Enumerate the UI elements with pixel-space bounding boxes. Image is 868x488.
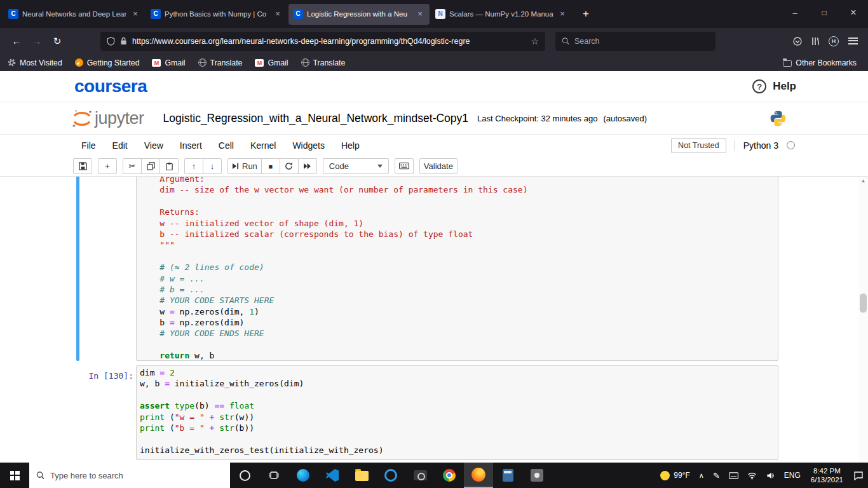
- action-center-button[interactable]: [849, 463, 868, 488]
- bookmark-translate-2[interactable]: Translate: [301, 58, 346, 67]
- back-button[interactable]: [6, 32, 27, 51]
- tab-4[interactable]: Scalars — NumPy v1.20 Manual: [431, 4, 572, 25]
- help-button[interactable]: Help: [752, 79, 796, 93]
- scrollbar-thumb[interactable]: [860, 294, 867, 313]
- bookmark-getting-started[interactable]: Getting Started: [75, 58, 140, 67]
- close-button[interactable]: [839, 0, 868, 25]
- tab-close-icon[interactable]: [273, 9, 283, 19]
- notebook-title[interactable]: Logistic_Regression_with_a_Neural_Networ…: [163, 112, 469, 125]
- tab-1[interactable]: Neural Networks and Deep Lear: [4, 4, 145, 25]
- touch-keyboard-button[interactable]: [724, 463, 743, 488]
- browser-search-input[interactable]: [574, 37, 709, 46]
- tab-2[interactable]: Python Basics with Numpy | Co: [146, 4, 287, 25]
- blue-ring-app-button[interactable]: [376, 463, 405, 488]
- browser-search-box[interactable]: [555, 32, 715, 51]
- edge-icon: [297, 469, 309, 482]
- maximize-button[interactable]: [810, 0, 839, 25]
- extension-icon[interactable]: [829, 36, 839, 46]
- photos-app-button[interactable]: [522, 463, 552, 488]
- weather-widget[interactable]: 99°F: [656, 463, 694, 488]
- bookmark-star-icon[interactable]: [531, 36, 539, 46]
- menu-widgets[interactable]: Widgets: [284, 137, 333, 154]
- pen-tray-button[interactable]: [709, 463, 724, 488]
- edge-app-button[interactable]: [288, 463, 318, 488]
- date-label: 6/13/2021: [811, 475, 843, 484]
- restart-kernel-button[interactable]: [280, 158, 299, 174]
- clock[interactable]: 8:42 PM 6/13/2021: [805, 463, 849, 488]
- run-button[interactable]: Run: [227, 158, 262, 174]
- menu-icon[interactable]: [848, 37, 858, 44]
- save-button[interactable]: [73, 158, 92, 174]
- firefox-app-button-active[interactable]: [464, 463, 493, 488]
- minimize-button[interactable]: [780, 0, 810, 25]
- stop-button[interactable]: [261, 158, 280, 174]
- bookmark-translate[interactable]: Translate: [198, 58, 243, 67]
- code-cell-input[interactable]: Argument: dim -- size of the w vector we…: [136, 177, 778, 361]
- file-explorer-button[interactable]: [347, 463, 376, 488]
- jupyter-wordmark[interactable]: jupyter: [95, 109, 144, 128]
- menu-help[interactable]: Help: [333, 137, 368, 154]
- cortana-icon: [240, 470, 250, 481]
- tab-close-icon[interactable]: [130, 9, 140, 19]
- pocket-icon[interactable]: [793, 37, 802, 46]
- volume-tray-button[interactable]: [761, 463, 780, 488]
- menu-insert[interactable]: Insert: [172, 137, 210, 154]
- calculator-app-button[interactable]: [493, 463, 522, 488]
- other-bookmarks[interactable]: Other Bookmarks: [783, 58, 857, 67]
- coursera-logo[interactable]: coursera: [74, 76, 147, 97]
- tab-close-icon[interactable]: [557, 9, 567, 19]
- command-palette-button[interactable]: [395, 158, 414, 174]
- menu-file[interactable]: File: [73, 137, 104, 154]
- scroll-up-icon[interactable]: [858, 177, 868, 186]
- taskbar-search-input[interactable]: [50, 471, 223, 480]
- tab-close-icon[interactable]: [415, 9, 425, 19]
- camera-app-button[interactable]: [405, 463, 435, 488]
- add-cell-button[interactable]: +: [98, 158, 117, 174]
- divider: [735, 140, 735, 151]
- language-label: ENG: [784, 471, 801, 480]
- taskbar-search-box[interactable]: [29, 463, 230, 488]
- menu-edit[interactable]: Edit: [104, 137, 136, 154]
- bookmark-most-visited[interactable]: Most Visited: [8, 58, 62, 67]
- jupyter-toolbar: + Run Co: [0, 156, 868, 177]
- url-bar[interactable]: https://www.coursera.org/learn/neural-ne…: [100, 32, 545, 51]
- tray-expand-button[interactable]: [695, 463, 709, 488]
- scissors-icon: [129, 161, 136, 171]
- forward-button[interactable]: [27, 32, 47, 51]
- tracking-shield-icon[interactable]: [107, 37, 115, 46]
- vscode-app-button[interactable]: [318, 463, 347, 488]
- bookmark-gmail[interactable]: Gmail: [152, 58, 185, 67]
- language-indicator[interactable]: ENG: [780, 463, 805, 488]
- library-icon[interactable]: [811, 37, 819, 46]
- jupyter-logo-icon[interactable]: [71, 109, 93, 129]
- cell-type-dropdown[interactable]: Code: [323, 158, 389, 174]
- menu-view[interactable]: View: [136, 137, 172, 154]
- copy-cell-button[interactable]: [141, 158, 160, 174]
- validate-button[interactable]: Validate: [419, 158, 458, 174]
- chrome-app-button[interactable]: [435, 463, 464, 488]
- menu-kernel[interactable]: Kernel: [242, 137, 284, 154]
- move-cell-up-button[interactable]: [184, 158, 203, 174]
- tab-3-active[interactable]: Logistic Regression with a Neu: [288, 4, 430, 25]
- network-tray-button[interactable]: [743, 463, 761, 488]
- window-controls: [780, 0, 868, 25]
- restart-run-all-button[interactable]: [298, 158, 317, 174]
- reload-button[interactable]: [47, 32, 67, 51]
- paste-cell-button[interactable]: [159, 158, 179, 174]
- cortana-button[interactable]: [230, 463, 259, 488]
- move-cell-down-button[interactable]: [203, 158, 222, 174]
- globe-icon: [301, 58, 309, 67]
- new-tab-button[interactable]: [577, 5, 595, 23]
- url-text[interactable]: https://www.coursera.org/learn/neural-ne…: [132, 37, 526, 46]
- not-trusted-button[interactable]: Not Trusted: [671, 138, 726, 153]
- start-button[interactable]: [0, 463, 29, 488]
- cell-prompt: In [130]:: [76, 371, 133, 381]
- bookmark-gmail-2[interactable]: Gmail: [255, 58, 288, 67]
- task-view-button[interactable]: [259, 463, 288, 488]
- menu-cell[interactable]: Cell: [210, 137, 242, 154]
- code-cell-input[interactable]: dim = 2w, b = initialize_with_zeros(dim)…: [136, 365, 778, 460]
- cut-cell-button[interactable]: [123, 158, 142, 174]
- folder-icon: [783, 60, 792, 67]
- lock-icon[interactable]: [120, 37, 127, 45]
- scrollbar[interactable]: [858, 177, 868, 463]
